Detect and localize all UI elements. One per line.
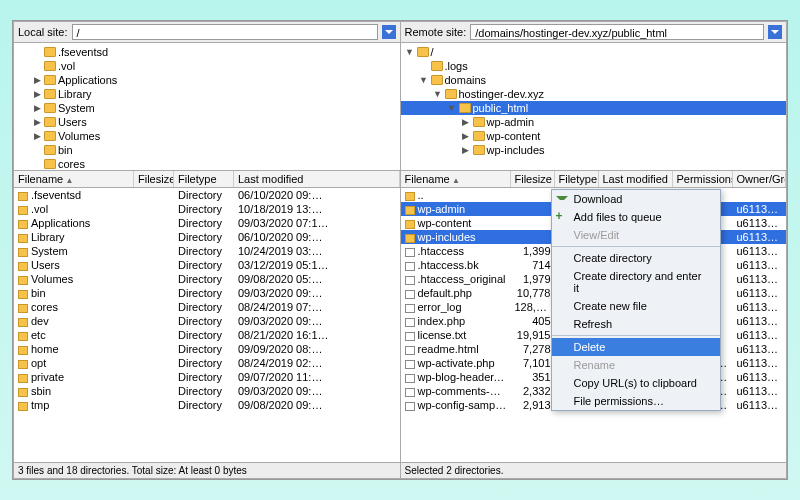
list-item[interactable]: SystemDirectory10/24/2019 03:…	[14, 244, 400, 258]
remote-pane: Remote site: /domains/hostinger-dev.xyz/…	[401, 21, 788, 479]
expand-icon[interactable]: ▼	[433, 89, 443, 99]
ctx-delete[interactable]: Delete	[552, 338, 720, 356]
expand-icon[interactable]: ▶	[32, 75, 42, 85]
tree-item[interactable]: ▼hostinger-dev.xyz	[401, 87, 787, 101]
tree-item-label: wp-content	[487, 130, 541, 142]
col-filename[interactable]: Filename	[401, 171, 511, 187]
tree-item[interactable]: .vol	[14, 59, 400, 73]
local-path-dropdown-icon[interactable]	[382, 25, 396, 39]
col-filetype[interactable]: Filetype	[555, 171, 599, 187]
remote-file-list[interactable]: ..wp-adminmpe (…u61136521…wp-contentmpe …	[401, 188, 787, 462]
remote-tree[interactable]: ▼/.logs▼domains▼hostinger-dev.xyz▼public…	[401, 43, 787, 171]
folder-icon	[405, 192, 415, 201]
expand-icon[interactable]: ▶	[32, 131, 42, 141]
list-item[interactable]: optDirectory08/24/2019 02:…	[14, 356, 400, 370]
ctx-file-permissions[interactable]: File permissions…	[552, 392, 720, 410]
download-icon	[556, 196, 568, 208]
ctx-create-file[interactable]: Create new file	[552, 297, 720, 315]
folder-icon	[18, 388, 28, 397]
local-list-header[interactable]: Filename Filesize Filetype Last modified	[14, 171, 400, 188]
tree-item[interactable]: ▼public_html	[401, 101, 787, 115]
list-item[interactable]: homeDirectory09/09/2020 08:…	[14, 342, 400, 356]
tree-item[interactable]: cores	[14, 157, 400, 171]
ctx-add-queue[interactable]: +Add files to queue	[552, 208, 720, 226]
col-filesize[interactable]: Filesize	[134, 171, 174, 187]
tree-item[interactable]: ▶wp-includes	[401, 143, 787, 157]
local-path-input[interactable]: /	[72, 24, 378, 40]
list-item[interactable]: .volDirectory10/18/2019 13:…	[14, 202, 400, 216]
folder-icon	[18, 402, 28, 411]
tree-item[interactable]: ▶Library	[14, 87, 400, 101]
expand-icon[interactable]: ▶	[32, 103, 42, 113]
expand-icon[interactable]: ▶	[461, 131, 471, 141]
folder-icon	[44, 47, 56, 57]
tree-item[interactable]: ▼domains	[401, 73, 787, 87]
col-owner[interactable]: Owner/Group	[733, 171, 787, 187]
tree-item-label: wp-admin	[487, 116, 535, 128]
list-item[interactable]: devDirectory09/03/2020 09:…	[14, 314, 400, 328]
expand-icon[interactable]: ▶	[32, 89, 42, 99]
tree-item[interactable]: ▶wp-content	[401, 129, 787, 143]
tree-item-label: wp-includes	[487, 144, 545, 156]
list-item[interactable]: binDirectory09/03/2020 09:…	[14, 286, 400, 300]
tree-item[interactable]: ▶System	[14, 101, 400, 115]
col-permissions[interactable]: Permissions	[673, 171, 733, 187]
list-item[interactable]: UsersDirectory03/12/2019 05:1…	[14, 258, 400, 272]
local-statusbar: 3 files and 18 directories. Total size: …	[14, 462, 400, 478]
expand-icon[interactable]: ▶	[32, 117, 42, 127]
tree-item[interactable]: ▼/	[401, 45, 787, 59]
col-lastmod[interactable]: Last modified	[599, 171, 673, 187]
folder-icon	[445, 89, 457, 99]
tree-item[interactable]: ▶Users	[14, 115, 400, 129]
expand-icon[interactable]: ▼	[405, 47, 415, 57]
list-item[interactable]: coresDirectory08/24/2019 07:…	[14, 300, 400, 314]
remote-list-header[interactable]: Filename Filesize Filetype Last modified…	[401, 171, 787, 188]
folder-icon	[18, 262, 28, 271]
ctx-create-dir[interactable]: Create directory	[552, 249, 720, 267]
local-pane: Local site: / .fseventsd.vol▶Application…	[13, 21, 401, 479]
tree-item[interactable]: ▶Applications	[14, 73, 400, 87]
expand-icon[interactable]: ▶	[461, 117, 471, 127]
local-tree[interactable]: .fseventsd.vol▶Applications▶Library▶Syst…	[14, 43, 400, 171]
local-file-list[interactable]: .fseventsdDirectory06/10/2020 09:….volDi…	[14, 188, 400, 462]
remote-site-label: Remote site:	[405, 26, 467, 38]
col-filetype[interactable]: Filetype	[174, 171, 234, 187]
local-site-label: Local site:	[18, 26, 68, 38]
file-icon	[405, 332, 415, 341]
list-item[interactable]: privateDirectory09/07/2020 11:…	[14, 370, 400, 384]
col-lastmod[interactable]: Last modified	[234, 171, 400, 187]
col-filename[interactable]: Filename	[14, 171, 134, 187]
list-item[interactable]: LibraryDirectory06/10/2020 09:…	[14, 230, 400, 244]
list-item[interactable]: .fseventsdDirectory06/10/2020 09:…	[14, 188, 400, 202]
file-icon	[405, 290, 415, 299]
remote-pathbar: Remote site: /domains/hostinger-dev.xyz/…	[401, 22, 787, 43]
list-item[interactable]: VolumesDirectory09/08/2020 05:…	[14, 272, 400, 286]
list-item[interactable]: sbinDirectory09/03/2020 09:…	[14, 384, 400, 398]
folder-icon	[44, 89, 56, 99]
tree-item-label: /	[431, 46, 434, 58]
list-item[interactable]: ApplicationsDirectory09/03/2020 07:1…	[14, 216, 400, 230]
tree-item[interactable]: ▶Volumes	[14, 129, 400, 143]
tree-item-label: cores	[58, 158, 85, 170]
folder-icon	[18, 206, 28, 215]
tree-item[interactable]: .fseventsd	[14, 45, 400, 59]
tree-item[interactable]: .logs	[401, 59, 787, 73]
ctx-refresh[interactable]: Refresh	[552, 315, 720, 333]
expand-icon[interactable]: ▼	[447, 103, 457, 113]
remote-path-input[interactable]: /domains/hostinger-dev.xyz/public_html	[470, 24, 764, 40]
ctx-copy-url[interactable]: Copy URL(s) to clipboard	[552, 374, 720, 392]
tree-item[interactable]: ▶wp-admin	[401, 115, 787, 129]
ctx-download[interactable]: Download	[552, 190, 720, 208]
list-item[interactable]: tmpDirectory09/08/2020 09:…	[14, 398, 400, 412]
list-item[interactable]: etcDirectory08/21/2020 16:1…	[14, 328, 400, 342]
folder-icon	[18, 332, 28, 341]
expand-icon[interactable]: ▶	[461, 145, 471, 155]
tree-item[interactable]: bin	[14, 143, 400, 157]
folder-icon	[18, 290, 28, 299]
col-filesize[interactable]: Filesize	[511, 171, 555, 187]
context-menu[interactable]: Download +Add files to queue View/Edit C…	[551, 189, 721, 411]
expand-icon[interactable]: ▼	[419, 75, 429, 85]
ctx-view-edit: View/Edit	[552, 226, 720, 244]
remote-path-dropdown-icon[interactable]	[768, 25, 782, 39]
ctx-create-dir-enter[interactable]: Create directory and enter it	[552, 267, 720, 297]
